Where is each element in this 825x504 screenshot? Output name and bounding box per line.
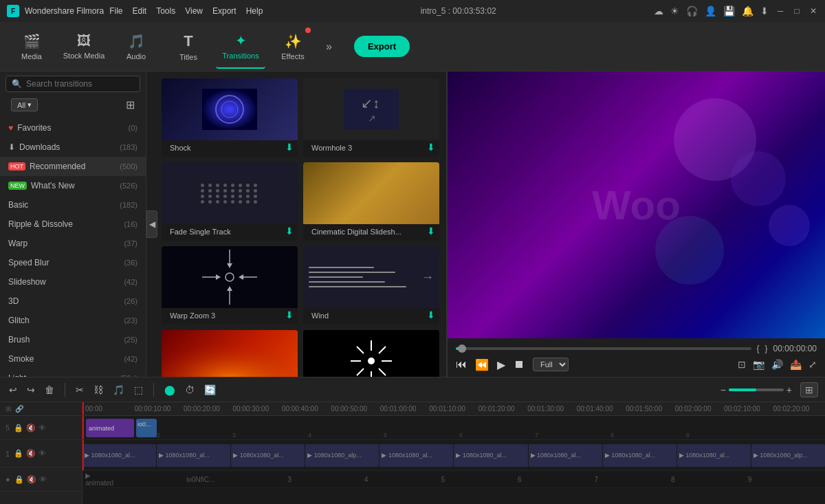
fade-single-download-icon[interactable]: ⬇: [285, 226, 294, 237]
save-icon[interactable]: 💾: [723, 6, 735, 17]
crop-button[interactable]: ⬚: [132, 382, 145, 397]
sidebar-item-whats-new[interactable]: NEW What's New (526): [0, 176, 146, 195]
transition-warp-zoom3[interactable]: Warp Zoom 3 ⬇: [162, 246, 298, 325]
thumb-mini-7[interactable]: ▶ 1080x1080_al...: [529, 444, 602, 467]
thumb-mini-3[interactable]: ▶ 1080x1080_al...: [231, 444, 305, 467]
cloud-icon[interactable]: ☁: [654, 6, 663, 17]
color-match-button[interactable]: ⬤: [162, 382, 177, 397]
toolbar-audio[interactable]: 🎵 Audio: [111, 25, 161, 69]
menu-file[interactable]: File: [109, 6, 122, 16]
add-track-button[interactable]: ⊞: [800, 382, 818, 397]
sidebar-item-light[interactable]: Light (50+): [0, 369, 146, 377]
notification-icon[interactable]: 🔔: [742, 6, 754, 17]
toolbar-effects[interactable]: ✨ Effects: [268, 25, 318, 69]
speed-button[interactable]: ⏱: [183, 382, 197, 397]
thumb-mini-5[interactable]: ▶ 1080x1080_al...: [380, 444, 453, 467]
track3-lock-icon[interactable]: 🔒: [14, 475, 24, 484]
sun-icon[interactable]: ☀: [670, 6, 679, 17]
search-input[interactable]: [26, 79, 134, 89]
transition-shock[interactable]: Shock ⬇: [162, 78, 298, 157]
track2-lock-icon[interactable]: 🔒: [14, 449, 23, 458]
warp-zoom3-download-icon[interactable]: ⬇: [285, 309, 294, 320]
step-back-button[interactable]: ⏪: [475, 358, 489, 371]
headphones-icon[interactable]: 🎧: [686, 6, 698, 17]
clip-blue[interactable]: io0...: [136, 419, 157, 437]
sidebar-item-brush[interactable]: Brush (25): [0, 330, 146, 349]
sidebar-item-slideshow[interactable]: Slideshow (42): [0, 272, 146, 292]
pip-icon[interactable]: ⊡: [738, 359, 746, 370]
sidebar-item-downloads[interactable]: ⬇ Downloads (183): [0, 138, 146, 157]
audio-separate-button[interactable]: 🎵: [111, 382, 126, 397]
progress-bar[interactable]: [456, 347, 751, 350]
sidebar-item-glitch[interactable]: Glitch (23): [0, 311, 146, 330]
snapshot-icon[interactable]: 📷: [753, 359, 764, 370]
menu-export[interactable]: Export: [212, 6, 236, 16]
zoom-in-button[interactable]: +: [786, 384, 792, 395]
menu-tools[interactable]: Tools: [156, 6, 175, 16]
shock-download-icon[interactable]: ⬇: [285, 142, 294, 153]
stop-button[interactable]: ⏹: [514, 358, 525, 371]
cinematic-download-icon[interactable]: ⬇: [427, 226, 435, 237]
playhead[interactable]: [82, 402, 84, 415]
track2-hide-icon[interactable]: 👁: [38, 449, 46, 458]
sidebar-item-speed-blur[interactable]: Speed Blur (36): [0, 253, 146, 272]
ripple-delete-button[interactable]: ⛓: [91, 382, 105, 397]
track-lock-icon[interactable]: 🔒: [14, 424, 23, 432]
track-hide-icon[interactable]: 👁: [38, 424, 46, 432]
grid-view-icon[interactable]: ⊞: [126, 98, 135, 111]
undo-button[interactable]: ↩: [7, 382, 19, 397]
transition-wind[interactable]: → Wind ⬇: [303, 246, 439, 325]
collapse-panel-button[interactable]: ◀: [146, 210, 157, 238]
zoom-slider[interactable]: [729, 388, 784, 391]
thumb-mini-2[interactable]: ▶ 1080x1080_al...: [157, 444, 230, 467]
menu-view[interactable]: View: [185, 6, 203, 16]
wormhole3-download-icon[interactable]: ⬇: [427, 142, 435, 153]
sidebar-item-recommended[interactable]: HOT Recommended (500): [0, 157, 146, 176]
quality-select[interactable]: Full: [533, 358, 569, 371]
stabilize-button[interactable]: 🔄: [202, 382, 218, 397]
sidebar-item-basic[interactable]: Basic (182): [0, 195, 146, 215]
volume-icon[interactable]: 🔊: [771, 359, 783, 370]
close-button[interactable]: ✕: [808, 6, 818, 16]
toolbar-titles[interactable]: T Titles: [164, 25, 213, 69]
play-button[interactable]: ▶: [497, 358, 505, 371]
track3-hide-icon[interactable]: 👁: [39, 475, 47, 484]
track2-mute-icon[interactable]: 🔇: [26, 449, 36, 458]
sidebar-item-smoke[interactable]: Smoke (42): [0, 349, 146, 369]
track-mute-icon[interactable]: 🔇: [26, 424, 36, 432]
rewind-button[interactable]: ⏮: [456, 358, 467, 371]
sidebar-item-ripple-dissolve[interactable]: Ripple & Dissolve (16): [0, 215, 146, 234]
sidebar-item-warp[interactable]: Warp (37): [0, 234, 146, 253]
thumb-mini-10[interactable]: ▶ 1080x1080_alp...: [751, 444, 825, 467]
thumb-mini-8[interactable]: ▶ 1080x1080_al...: [603, 444, 676, 467]
menu-help[interactable]: Help: [246, 6, 263, 16]
minimize-button[interactable]: ─: [776, 6, 785, 16]
clip-purple[interactable]: animated: [86, 419, 134, 437]
thumb-mini-4[interactable]: ▶ 1080x1080_alp...: [305, 444, 379, 467]
thumb-mini-1[interactable]: ▶ 1080x1080_al...: [82, 444, 156, 467]
person-icon[interactable]: 👤: [705, 6, 716, 17]
sidebar-item-favorites[interactable]: ♥ Favorites (0): [0, 118, 146, 138]
sidebar-item-3d[interactable]: 3D (26): [0, 292, 146, 311]
progress-handle[interactable]: [458, 344, 466, 353]
transition-cinematic[interactable]: Cinematic Digital Slidesh... ⬇: [303, 162, 439, 241]
toolbar-more[interactable]: »: [320, 41, 338, 53]
export-frame-icon[interactable]: 📤: [790, 359, 802, 370]
toolbar-media[interactable]: 🎬 Media: [7, 25, 56, 69]
thumb-mini-9[interactable]: ▶ 1080x1080_al...: [677, 444, 751, 467]
fullscreen-icon[interactable]: ⤢: [808, 359, 817, 370]
transition-fade-white[interactable]: Fade White ⬇: [303, 330, 439, 377]
filter-all-button[interactable]: All ▾: [11, 98, 38, 111]
cut-button[interactable]: ✂: [74, 382, 86, 397]
export-button[interactable]: Export: [354, 36, 410, 57]
transition-06[interactable]: Transition06 ⬇: [162, 330, 298, 377]
download-icon[interactable]: ⬇: [760, 6, 769, 17]
track3-mute-icon[interactable]: 🔇: [27, 475, 36, 484]
redo-button[interactable]: ↪: [25, 382, 37, 397]
toolbar-stock-media[interactable]: 🖼 Stock Media: [59, 25, 109, 69]
toolbar-transitions[interactable]: ✦ Transitions: [216, 25, 265, 69]
transition-fade-single[interactable]: Fade Single Track ⬇: [162, 162, 298, 241]
menu-edit[interactable]: Edit: [133, 6, 147, 16]
zoom-out-button[interactable]: −: [720, 384, 726, 395]
maximize-button[interactable]: □: [792, 6, 802, 16]
